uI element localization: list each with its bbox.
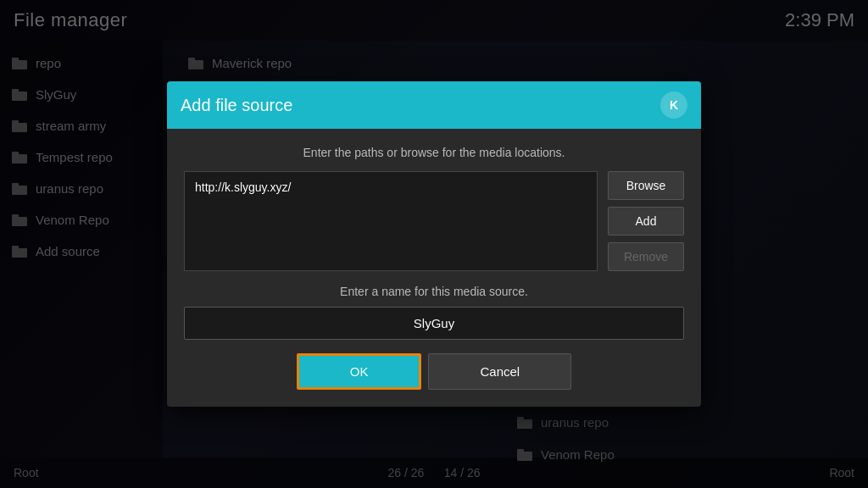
- name-input[interactable]: [184, 307, 684, 340]
- ok-button[interactable]: OK: [297, 353, 422, 390]
- add-file-source-dialog: Add file source K Enter the paths or bro…: [167, 81, 701, 407]
- dialog-body: Enter the paths or browse for the media …: [167, 129, 701, 407]
- dialog-header: Add file source K: [167, 81, 701, 129]
- browse-button[interactable]: Browse: [608, 171, 684, 200]
- name-label: Enter a name for this media source.: [184, 285, 684, 298]
- path-row: http://k.slyguy.xyz/ Browse Add Remove: [184, 171, 684, 271]
- path-input-area[interactable]: http://k.slyguy.xyz/: [184, 171, 598, 271]
- remove-button[interactable]: Remove: [608, 242, 684, 271]
- path-text: http://k.slyguy.xyz/: [195, 180, 291, 194]
- side-buttons: Browse Add Remove: [608, 171, 684, 271]
- dialog-subtitle: Enter the paths or browse for the media …: [184, 146, 684, 159]
- modal-overlay: Add file source K Enter the paths or bro…: [0, 0, 868, 488]
- cancel-button[interactable]: Cancel: [428, 353, 571, 390]
- dialog-title: Add file source: [181, 96, 292, 115]
- add-button[interactable]: Add: [608, 207, 684, 236]
- kodi-logo: K: [660, 92, 687, 119]
- dialog-actions: OK Cancel: [184, 353, 684, 393]
